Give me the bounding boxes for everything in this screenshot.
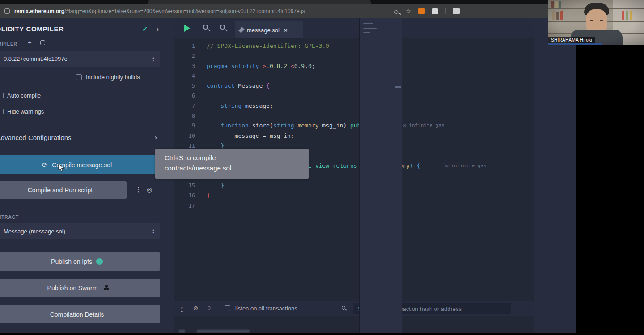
zoom-in-icon[interactable] [220, 25, 225, 30]
compile-tooltip: Ctrl+S to compile contracts/message.sol. [155, 149, 309, 179]
compilation-details-button[interactable]: Compilation Details [0, 305, 160, 323]
listen-transactions-checkbox[interactable] [225, 305, 230, 311]
hide-warnings-label: Hide warnings [7, 108, 44, 115]
tab-label: message.sol [247, 27, 280, 34]
code-text: contract Message { [207, 81, 270, 91]
tab-close-icon[interactable]: × [284, 27, 288, 34]
auto-compile-checkbox[interactable] [0, 93, 4, 98]
select-stepper-icon: ▲▼ [152, 228, 155, 234]
include-nightly-label: Include nightly builds [86, 74, 140, 81]
terminal-clear-icon[interactable]: ⊘ [193, 305, 198, 311]
ipfs-icon [96, 258, 103, 265]
toolbar-divider [445, 8, 446, 14]
line-number: 2 [174, 51, 207, 61]
code-text: function store(string memory msg_in) pub… [207, 121, 378, 131]
terminal-expand-icon[interactable]: ⌄⌄ [180, 305, 184, 312]
code-text: string message; [207, 101, 273, 111]
panel-collapse-icon[interactable]: › [157, 25, 159, 33]
line-number: 6 [174, 91, 207, 101]
code-line[interactable]: 9 function store(string memory msg_in) p… [174, 121, 534, 131]
code-line[interactable]: 3pragma solidity >=0.8.2 <0.9.0; [174, 61, 534, 71]
line-number: 10 [174, 131, 207, 141]
include-nightly-checkbox[interactable] [76, 74, 82, 80]
code-line[interactable]: 4 [174, 71, 534, 81]
advanced-configurations-label[interactable]: Advanced Configurations [0, 134, 72, 141]
terminal-ghost-text [179, 330, 185, 333]
line-number: 17 [174, 201, 207, 211]
screen-black-region [0, 333, 644, 335]
scrollbar-thumb[interactable] [395, 86, 401, 88]
browser-url-bar[interactable]: remix.ethereum.org /#lang=en&optimize=fa… [0, 4, 576, 18]
password-key-icon[interactable] [394, 10, 398, 14]
run-play-icon[interactable] [184, 25, 190, 32]
editor-minimap-strip [359, 18, 402, 333]
code-line[interactable]: 1// SPDX-License-Identifier: GPL-3.0 [174, 41, 534, 51]
line-number: 4 [174, 71, 207, 81]
editor-tab-bar: message.sol × [174, 18, 534, 38]
compiler-section-label: COMPILER [0, 42, 17, 47]
site-info-icon[interactable] [4, 8, 10, 14]
minimap-mark [363, 23, 373, 24]
listen-transactions-label: listen on all transactions [235, 305, 297, 312]
webcam-accent-bar [548, 43, 602, 45]
screen-black-region [576, 45, 644, 335]
compile-button[interactable]: ⟳ Compile message.sol [0, 155, 160, 174]
contract-select[interactable]: Message (message.sol) ▲▼ [0, 223, 160, 239]
gas-icon: ∞ [445, 163, 448, 169]
gas-estimate-annotation: ∞infinite gas [445, 161, 486, 171]
terminal-ghost-text [197, 330, 250, 333]
browser-tab[interactable] [148, 0, 371, 4]
code-line[interactable]: 6 [174, 91, 534, 101]
auto-compile-label: Auto compile [7, 92, 41, 99]
open-playground-icon[interactable]: ◎ [147, 186, 152, 193]
terminal-search-icon [342, 306, 345, 310]
extension-icon[interactable] [432, 8, 438, 14]
code-line[interactable]: 8 [174, 111, 534, 121]
run-script-options-icon[interactable]: ⋮ [135, 186, 142, 194]
gas-icon: ∞ [403, 123, 407, 128]
line-number: 1 [174, 41, 207, 51]
code-line[interactable]: 7 string message; [174, 101, 534, 111]
code-line[interactable]: 17 [174, 201, 534, 211]
publish-swarm-label: Publish on Swarm [47, 284, 98, 292]
minimap-mark [363, 32, 370, 33]
code-line[interactable]: 2 [174, 51, 534, 61]
bookmark-star-icon[interactable]: ☆ [405, 8, 411, 14]
compile-success-check-icon: ✓ [142, 25, 148, 33]
compiler-version-value: 0.8.22+commit.4fc1097e [4, 55, 68, 62]
tab-message-sol[interactable]: message.sol × [235, 21, 303, 38]
webcam-name-label: SHIRAHAMA Hiroki [548, 37, 595, 43]
compiler-version-select[interactable]: 0.8.22+commit.4fc1097e ▲▼ [0, 51, 160, 67]
code-line[interactable]: 16} [174, 191, 534, 200]
line-number: 3 [174, 61, 207, 71]
screen: remix.ethereum.org /#lang=en&optimize=fa… [0, 0, 644, 335]
line-number: 7 [174, 101, 207, 111]
hide-warnings-checkbox[interactable] [0, 109, 4, 114]
line-number: 16 [174, 191, 207, 200]
compile-refresh-icon: ⟳ [42, 161, 48, 169]
panel-divider [0, 248, 160, 248]
compile-and-run-label: Compile and Run script [28, 187, 93, 194]
compile-and-run-button[interactable]: Compile and Run script [0, 181, 127, 199]
code-text: message = msg_in; [207, 131, 294, 141]
copy-compiler-icon[interactable] [40, 40, 45, 45]
publish-swarm-button[interactable]: Publish on Swarm [0, 279, 160, 297]
publish-ipfs-label: Publish on Ipfs [51, 258, 92, 265]
browser-tab-strip [0, 0, 576, 4]
line-number: 9 [174, 121, 207, 131]
tooltip-line1: Ctrl+S to compile [165, 153, 309, 163]
add-compiler-icon[interactable]: + [28, 38, 32, 46]
code-line[interactable]: 10 message = msg_in; [174, 131, 534, 141]
browser-profile-icon[interactable] [453, 8, 460, 14]
metamask-extension-icon[interactable] [418, 8, 425, 14]
line-number: 5 [174, 81, 207, 91]
publish-ipfs-button[interactable]: Publish on Ipfs [0, 252, 160, 271]
code-line[interactable]: 15 } [174, 181, 534, 191]
terminal-bar: ⌄⌄ ⊘ 0 listen on all transactions [174, 301, 534, 316]
code-line[interactable]: 5contract Message { [174, 81, 534, 91]
minimap-mark [363, 28, 377, 29]
compilation-details-label: Compilation Details [50, 311, 104, 318]
advanced-expand-icon[interactable]: › [155, 133, 157, 141]
zoom-out-icon[interactable] [203, 25, 208, 30]
terminal-badge-count: 0 [208, 305, 211, 311]
